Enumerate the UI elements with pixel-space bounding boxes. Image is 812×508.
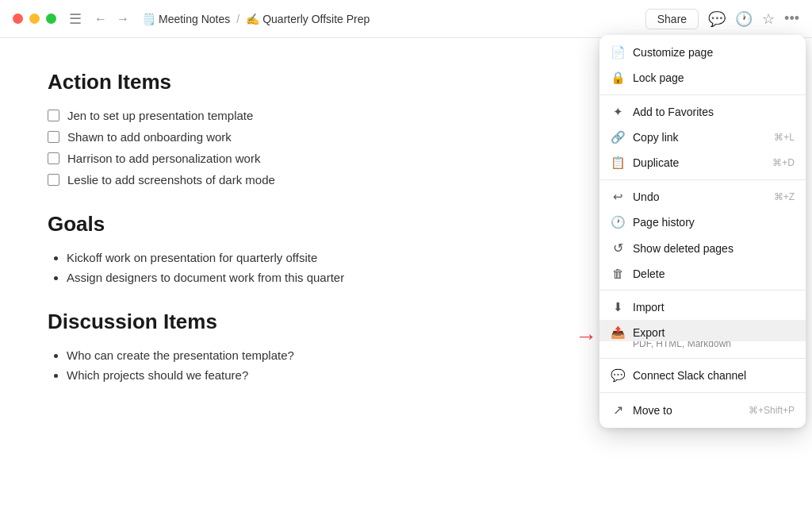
menu-divider-5 bbox=[599, 392, 806, 393]
menu-item-copy-link-label: Copy link bbox=[633, 131, 679, 144]
menu-item-duplicate[interactable]: 📋 Duplicate ⌘+D bbox=[599, 150, 806, 175]
move-icon: ↗ bbox=[611, 402, 625, 418]
lock-icon: 🔒 bbox=[611, 71, 625, 85]
menu-divider-2 bbox=[599, 179, 806, 180]
duplicate-icon: 📋 bbox=[611, 156, 625, 170]
customize-icon: 📄 bbox=[611, 45, 625, 60]
menu-item-import-label: Import bbox=[633, 301, 665, 314]
share-button[interactable]: Share bbox=[645, 9, 699, 29]
favorites-icon: ✦ bbox=[611, 105, 625, 119]
checklist-item-4-label: Leslie to add screenshots of dark mode bbox=[67, 173, 275, 187]
menu-item-delete-label: Delete bbox=[633, 267, 665, 280]
menu-item-favorites[interactable]: ✦ Add to Favorites bbox=[599, 99, 806, 125]
menu-item-copy-link[interactable]: 🔗 Copy link ⌘+L bbox=[599, 125, 806, 150]
move-shortcut: ⌘+Shift+P bbox=[749, 405, 795, 416]
menu-item-lock[interactable]: 🔒 Lock page bbox=[599, 65, 806, 90]
slack-icon: 💬 bbox=[611, 368, 625, 383]
page-history-icon: 🕐 bbox=[611, 215, 625, 229]
history-icon[interactable]: 🕐 bbox=[735, 10, 753, 28]
import-icon: ⬇ bbox=[611, 300, 625, 314]
breadcrumb-item-2[interactable]: ✍️ Quarterly Offsite Prep bbox=[246, 13, 370, 25]
checklist-item-2-label: Shawn to add onboarding work bbox=[67, 130, 232, 144]
breadcrumb: 🗒️ Meeting Notes / ✍️ Quarterly Offsite … bbox=[142, 13, 645, 25]
breadcrumb-label-1: Meeting Notes bbox=[159, 13, 230, 25]
menu-divider-4 bbox=[599, 358, 806, 359]
checkbox-1[interactable] bbox=[48, 110, 59, 121]
menu-divider-1 bbox=[599, 94, 806, 95]
undo-icon: ↩ bbox=[611, 190, 625, 204]
undo-shortcut: ⌘+Z bbox=[774, 191, 795, 202]
menu-item-favorites-label: Add to Favorites bbox=[633, 106, 714, 118]
copy-link-icon: 🔗 bbox=[611, 130, 625, 144]
menu-item-move-label: Move to bbox=[633, 404, 672, 417]
show-deleted-icon: ↺ bbox=[611, 241, 625, 256]
checkbox-3[interactable] bbox=[48, 152, 59, 164]
menu-divider-3 bbox=[599, 290, 806, 291]
maximize-button[interactable] bbox=[46, 13, 56, 24]
menu-item-export-label: Export bbox=[633, 326, 665, 339]
close-button[interactable] bbox=[13, 13, 23, 24]
back-arrow[interactable]: ← bbox=[91, 10, 110, 28]
menu-item-page-history[interactable]: 🕐 Page history bbox=[599, 210, 806, 235]
menu-item-page-history-label: Page history bbox=[633, 216, 695, 229]
menu-item-duplicate-label: Duplicate bbox=[633, 156, 679, 169]
forward-arrow[interactable]: → bbox=[113, 10, 132, 28]
menu-item-customize[interactable]: 📄 Customize page bbox=[599, 40, 806, 65]
checkbox-4[interactable] bbox=[48, 174, 59, 186]
breadcrumb-separator: / bbox=[236, 13, 239, 25]
titlebar-actions: Share 💬 🕐 ☆ ••• bbox=[645, 9, 799, 29]
menu-item-slack-label: Connect Slack channel bbox=[633, 369, 746, 382]
export-icon: 📤 bbox=[611, 325, 625, 340]
comment-icon[interactable]: 💬 bbox=[708, 10, 726, 28]
delete-icon: 🗑 bbox=[611, 267, 625, 280]
menu-item-undo-label: Undo bbox=[633, 190, 659, 203]
more-icon[interactable]: ••• bbox=[784, 10, 799, 27]
menu-item-slack[interactable]: 💬 Connect Slack channel bbox=[599, 363, 806, 388]
menu-item-move[interactable]: ↗ Move to ⌘+Shift+P bbox=[599, 397, 806, 423]
menu-item-export[interactable]: 📤 Export bbox=[599, 320, 806, 341]
menu-item-import[interactable]: ⬇ Import bbox=[599, 294, 806, 320]
menu-item-undo[interactable]: ↩ Undo ⌘+Z bbox=[599, 184, 806, 210]
menu-item-lock-label: Lock page bbox=[633, 71, 684, 84]
breadcrumb-emoji-2: ✍️ bbox=[246, 13, 259, 25]
context-menu: 📄 Customize page 🔒 Lock page ✦ Add to Fa… bbox=[599, 35, 806, 428]
breadcrumb-item-1[interactable]: 🗒️ Meeting Notes bbox=[142, 13, 230, 25]
menu-item-show-deleted-label: Show deleted pages bbox=[633, 242, 733, 255]
duplicate-shortcut: ⌘+D bbox=[772, 157, 795, 168]
traffic-lights bbox=[13, 13, 56, 24]
titlebar: ☰ ← → 🗒️ Meeting Notes / ✍️ Quarterly Of… bbox=[0, 0, 812, 38]
minimize-button[interactable] bbox=[29, 13, 40, 24]
menu-item-customize-label: Customize page bbox=[633, 46, 713, 59]
menu-item-delete[interactable]: 🗑 Delete bbox=[599, 261, 806, 286]
checklist-item-3-label: Harrison to add personalization work bbox=[67, 152, 260, 165]
copy-link-shortcut: ⌘+L bbox=[774, 132, 795, 143]
star-icon[interactable]: ☆ bbox=[762, 10, 775, 28]
menu-item-show-deleted[interactable]: ↺ Show deleted pages bbox=[599, 235, 806, 261]
hamburger-icon[interactable]: ☰ bbox=[69, 10, 82, 28]
checklist-item-1-label: Jen to set up presentation template bbox=[67, 109, 253, 122]
breadcrumb-label-2: Quarterly Offsite Prep bbox=[262, 13, 370, 25]
nav-arrows: ← → bbox=[91, 10, 132, 28]
breadcrumb-emoji-1: 🗒️ bbox=[142, 13, 155, 25]
checkbox-2[interactable] bbox=[48, 131, 59, 143]
